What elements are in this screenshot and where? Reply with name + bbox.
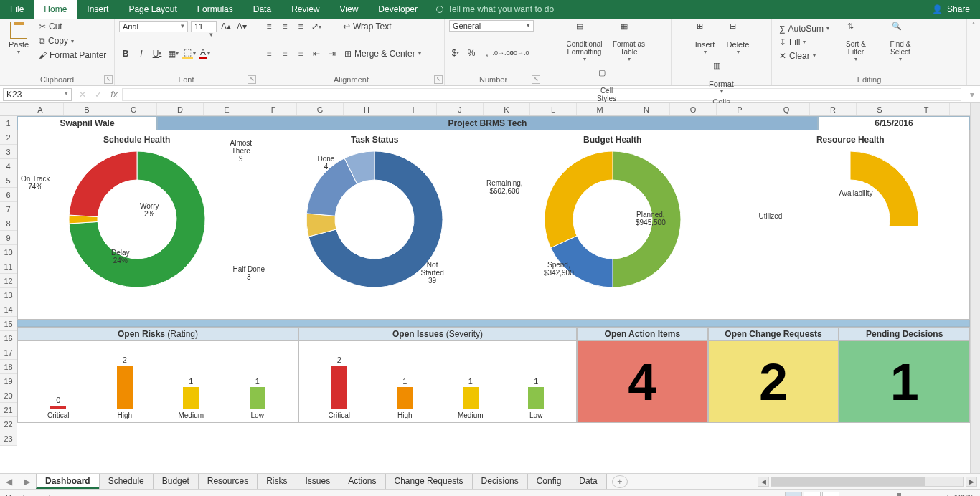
fill-button[interactable]: ↧Fill ▾ <box>776 36 832 49</box>
font-size-select[interactable]: 11 <box>191 21 217 32</box>
row-header-1[interactable]: 1 <box>0 116 17 130</box>
fx-button[interactable]: fx <box>106 90 122 100</box>
row-header-6[interactable]: 6 <box>0 188 17 202</box>
date-cell[interactable]: 6/15/2016 <box>818 116 970 130</box>
issues-bar-chart[interactable]: 2 Critical 1 High 1 Medium 1 Low <box>299 341 576 422</box>
col-header-L[interactable]: L <box>530 103 577 115</box>
sheet-nav-next[interactable]: ▶ <box>18 477 36 487</box>
col-header-N[interactable]: N <box>623 103 670 115</box>
col-header-C[interactable]: C <box>110 103 157 115</box>
wrap-text-button[interactable]: ↩Wrap Text <box>340 20 395 33</box>
expand-formula-button[interactable]: ▾ <box>964 90 980 100</box>
font-name-select[interactable]: Arial <box>119 21 188 32</box>
macro-record-icon[interactable]: ▢ <box>43 492 50 496</box>
row-header-7[interactable]: 7 <box>0 202 17 216</box>
ribbon-tab-page-layout[interactable]: Page Layout <box>118 0 187 19</box>
increase-font-button[interactable]: A▴ <box>220 20 232 33</box>
format-as-table-button[interactable]: ▦Format as Table▾ <box>608 20 650 64</box>
col-header-Q[interactable]: Q <box>763 103 810 115</box>
format-painter-button[interactable]: Format Painter <box>36 49 109 62</box>
hscroll-left-button[interactable]: ◀ <box>758 477 769 487</box>
orientation-button[interactable]: ⤢▾ <box>310 20 323 33</box>
col-header-O[interactable]: O <box>670 103 717 115</box>
insert-cells-button[interactable]: ⊞Insert▾ <box>690 20 720 57</box>
font-color-button[interactable]: A▾ <box>198 47 211 60</box>
formula-input[interactable] <box>122 88 961 101</box>
comma-format-button[interactable]: , <box>481 47 494 59</box>
hscroll-right-button[interactable]: ▶ <box>966 477 977 487</box>
autosum-button[interactable]: ∑AutoSum ▾ <box>776 22 832 35</box>
paste-button[interactable]: Paste▾ <box>4 20 33 57</box>
row-header-21[interactable]: 21 <box>0 403 17 417</box>
delete-cells-button[interactable]: ⊟Delete▾ <box>723 20 753 57</box>
ribbon-tab-view[interactable]: View <box>330 0 369 19</box>
zoom-in-button[interactable]: + <box>945 493 949 497</box>
row-header-4[interactable]: 4 <box>0 159 17 173</box>
col-header-J[interactable]: J <box>437 103 484 115</box>
font-dialog-launcher[interactable]: ⤡ <box>248 75 256 84</box>
ribbon-tab-data[interactable]: Data <box>243 0 281 19</box>
row-header-2[interactable]: 2 <box>0 130 17 145</box>
sheet-tab-dashboard[interactable]: Dashboard <box>36 474 100 489</box>
ribbon-tab-insert[interactable]: Insert <box>77 0 118 19</box>
row-header-23[interactable]: 23 <box>0 431 17 446</box>
sheet-tab-actions[interactable]: Actions <box>339 474 385 489</box>
sheet-tab-data[interactable]: Data <box>570 474 606 489</box>
row-header-15[interactable]: 15 <box>0 317 17 331</box>
normal-view-button[interactable] <box>785 492 802 497</box>
ribbon-tab-review[interactable]: Review <box>281 0 329 19</box>
col-header-S[interactable]: S <box>857 103 903 115</box>
underline-button[interactable]: U▾ <box>151 47 164 60</box>
page-break-view-button[interactable] <box>822 492 839 497</box>
sheet-tab-issues[interactable]: Issues <box>296 474 339 489</box>
align-top-button[interactable]: ≡ <box>263 20 275 33</box>
col-header-M[interactable]: M <box>577 103 623 115</box>
sheet-tab-schedule[interactable]: Schedule <box>99 474 154 489</box>
author-cell[interactable]: Swapnil Wale <box>17 116 157 130</box>
sheet-tab-budget[interactable]: Budget <box>153 474 199 489</box>
col-header-E[interactable]: E <box>204 103 250 115</box>
copy-button[interactable]: Copy ▾ <box>36 34 109 47</box>
number-format-select[interactable]: General <box>449 20 534 32</box>
sheet-tab-change-requests[interactable]: Change Requests <box>385 474 473 489</box>
zoom-out-button[interactable]: − <box>844 493 849 497</box>
bold-button[interactable]: B <box>119 47 132 60</box>
col-header-I[interactable]: I <box>390 103 437 115</box>
italic-button[interactable]: I <box>135 47 148 60</box>
cancel-formula-button[interactable]: ✕ <box>75 90 90 100</box>
schedule-health-donut[interactable] <box>65 148 209 291</box>
decrease-decimal-button[interactable]: .00→.0 <box>512 47 525 59</box>
fill-color-button[interactable]: ⬚▾ <box>182 47 195 60</box>
risks-bar-chart[interactable]: 0 Critical 2 High 1 Medium 1 Low <box>18 341 298 422</box>
share-button[interactable]: 👤Share <box>922 4 980 14</box>
row-header-20[interactable]: 20 <box>0 388 17 403</box>
alignment-dialog-launcher[interactable]: ⤡ <box>434 75 443 84</box>
add-sheet-button[interactable]: + <box>612 475 628 488</box>
find-select-button[interactable]: 🔍Find & Select▾ <box>880 20 921 64</box>
ribbon-tab-developer[interactable]: Developer <box>368 0 428 19</box>
align-middle-button[interactable]: ≡ <box>278 20 291 33</box>
row-header-22[interactable]: 22 <box>0 417 17 431</box>
align-bottom-button[interactable]: ≡ <box>294 20 307 33</box>
sort-filter-button[interactable]: ⇅Sort & Filter▾ <box>835 20 877 64</box>
number-dialog-launcher[interactable]: ⤡ <box>532 75 540 84</box>
ribbon-tab-formulas[interactable]: Formulas <box>187 0 243 19</box>
col-header-F[interactable]: F <box>250 103 297 115</box>
col-header-R[interactable]: R <box>810 103 857 115</box>
increase-indent-button[interactable]: ⇥ <box>326 47 339 60</box>
col-header-A[interactable]: A <box>17 103 64 115</box>
hscroll-track[interactable] <box>771 477 964 487</box>
horizontal-scrollbar[interactable]: ◀ ▶ <box>628 477 980 487</box>
col-header-T[interactable]: T <box>903 103 950 115</box>
format-cells-button[interactable]: ▥Format▾ <box>707 59 737 96</box>
row-header-10[interactable]: 10 <box>0 245 17 259</box>
sheet-tab-risks[interactable]: Risks <box>257 474 296 489</box>
row-header-13[interactable]: 13 <box>0 288 17 302</box>
col-header-D[interactable]: D <box>157 103 204 115</box>
collapse-ribbon-icon[interactable]: ˄ <box>971 22 976 32</box>
conditional-formatting-button[interactable]: ▤Conditional Formatting▾ <box>564 20 606 64</box>
hscroll-thumb[interactable] <box>771 477 925 486</box>
row-header-8[interactable]: 8 <box>0 216 17 231</box>
select-all-corner[interactable] <box>0 103 17 115</box>
row-header-14[interactable]: 14 <box>0 302 17 317</box>
